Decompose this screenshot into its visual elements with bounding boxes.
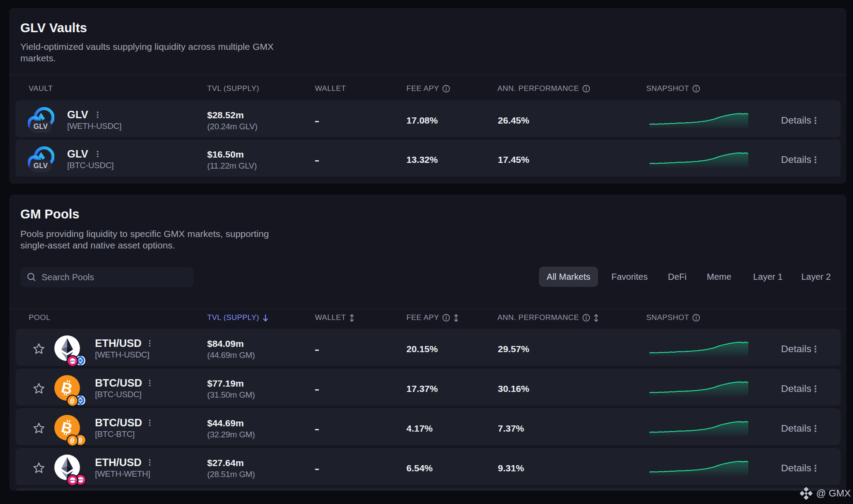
- svg-text:WETH: WETH: [70, 360, 75, 362]
- svg-text:WETH: WETH: [70, 479, 75, 481]
- svg-text:WETH: WETH: [78, 479, 83, 481]
